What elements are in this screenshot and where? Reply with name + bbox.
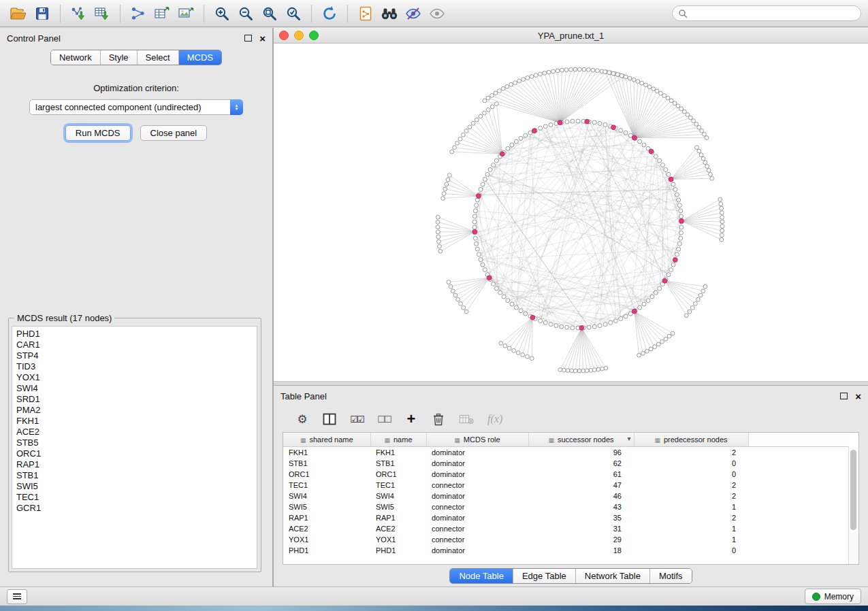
table-row[interactable]: SWI5SWI5connector431 [283, 501, 849, 512]
main-area: Control Panel × NetworkStyleSelectMCDS O… [0, 28, 868, 587]
column-header-name[interactable]: ▦name [370, 433, 426, 446]
float-panel-icon[interactable] [244, 35, 252, 42]
open-session-button[interactable] [7, 3, 30, 24]
status-menu-button[interactable] [7, 589, 27, 604]
zoom-out-button[interactable] [234, 3, 257, 24]
close-table-panel-icon[interactable]: × [855, 391, 861, 401]
table-row[interactable]: TEC1TEC1connector472 [283, 480, 849, 491]
horizontal-splitter[interactable] [274, 381, 868, 386]
criterion-dropdown[interactable]: largest connected component (undirected)… [29, 99, 243, 115]
row-filler [748, 512, 849, 523]
close-panel-icon[interactable]: × [259, 33, 266, 44]
mcds-result-item[interactable]: CAR1 [12, 340, 257, 350]
mcds-result-item[interactable]: ACE2 [12, 427, 257, 437]
run-mcds-button[interactable]: Run MCDS [65, 125, 131, 141]
row-filler [748, 523, 849, 534]
delete-column-button[interactable] [432, 412, 445, 426]
tab-motifs[interactable]: Motifs [649, 569, 692, 583]
mcds-result-list[interactable]: PHD1CAR1STP4TID3YOX1SWI4SRD1PMA2FKH1ACE2… [12, 326, 257, 569]
table-row[interactable]: ACE2ACE2connector311 [283, 523, 849, 534]
toolbar-separator [347, 5, 348, 22]
table-row[interactable]: SWI4SWI4dominator462 [283, 491, 849, 501]
tab-network[interactable]: Network [51, 50, 100, 65]
tab-style[interactable]: Style [100, 50, 137, 65]
import-table-button[interactable] [91, 3, 114, 24]
mcds-result-item[interactable]: STP4 [12, 350, 257, 361]
dropdown-stepper-icon: ▲▼ [230, 99, 243, 115]
table-cell: dominator [426, 469, 528, 480]
mcds-result-item[interactable]: PMA2 [12, 405, 257, 416]
function-builder-icon[interactable]: f(x) [487, 413, 502, 425]
mcds-result-item[interactable]: SRD1 [12, 394, 257, 405]
export-table-button[interactable] [150, 3, 174, 24]
network-titlebar[interactable]: YPA_prune.txt_1 [274, 28, 868, 44]
tab-node-table[interactable]: Node Table [450, 569, 513, 583]
mcds-result-item[interactable]: SWI4 [12, 383, 257, 394]
zoom-in-button[interactable] [210, 3, 234, 24]
table-toolbar: ⚙ ☑☑ ☐☐ + f(x) [274, 406, 868, 432]
tab-mcds[interactable]: MCDS [178, 50, 221, 65]
table-cell: FKH1 [283, 446, 370, 458]
mcds-result-item[interactable]: YOX1 [12, 372, 257, 383]
mcds-result-item[interactable]: RAP1 [12, 459, 257, 470]
zoom-fit-button[interactable] [258, 3, 281, 24]
select-all-icon[interactable]: ☑☑ [350, 414, 364, 425]
clear-table-button[interactable] [459, 414, 474, 425]
table-row[interactable]: YOX1YOX1connector291 [283, 534, 849, 545]
mcds-result-item[interactable]: GCR1 [12, 503, 257, 514]
control-panel-title: Control Panel [7, 33, 61, 44]
import-network-button[interactable] [67, 3, 90, 24]
hide-selected-button[interactable] [402, 3, 425, 24]
minimize-window-icon[interactable] [294, 31, 304, 40]
show-hidden-button[interactable] [425, 3, 449, 24]
table-cell: ORC1 [370, 469, 426, 480]
search-input[interactable] [691, 8, 855, 19]
mcds-result-item[interactable]: STB5 [12, 437, 257, 448]
float-table-panel-icon[interactable] [840, 393, 848, 399]
deselect-all-icon[interactable]: ☐☐ [377, 414, 391, 425]
table-row[interactable]: FKH1FKH1dominator962 [283, 446, 849, 458]
table-cell: ACE2 [370, 523, 426, 534]
column-header-MCDS-role[interactable]: ▦MCDS role [426, 433, 528, 446]
column-header-predecessor-nodes[interactable]: ▦predecessor nodes [634, 433, 748, 446]
export-network-button[interactable] [127, 3, 150, 24]
share-document-button[interactable] [354, 3, 377, 24]
mcds-result-item[interactable]: PHD1 [12, 329, 257, 340]
memory-button[interactable]: Memory [805, 589, 861, 604]
tab-edge-table[interactable]: Edge Table [513, 569, 575, 583]
save-session-button[interactable] [31, 3, 54, 24]
split-table-icon[interactable] [323, 413, 336, 425]
mcds-result-item[interactable]: TEC1 [12, 492, 257, 503]
network-view[interactable] [274, 44, 868, 381]
close-panel-button[interactable]: Close panel [140, 125, 208, 141]
table-settings-gear-icon[interactable]: ⚙ [295, 412, 309, 427]
apply-layout-button[interactable] [318, 3, 341, 24]
table-row[interactable]: PHD1PHD1dominator180 [283, 545, 849, 556]
mcds-result-item[interactable]: STB1 [12, 470, 257, 481]
table-cell: 0 [634, 458, 748, 469]
column-header-shared-name[interactable]: ▦shared name [283, 433, 370, 446]
zoom-selected-button[interactable] [282, 3, 305, 24]
search-network-button[interactable] [378, 3, 401, 24]
tab-select[interactable]: Select [137, 50, 178, 65]
scrollbar-thumb[interactable] [850, 450, 856, 530]
mcds-result-item[interactable]: ORC1 [12, 448, 257, 459]
tab-network-table[interactable]: Network Table [575, 569, 649, 583]
close-window-icon[interactable] [279, 31, 289, 40]
mcds-result-item[interactable]: SWI5 [12, 481, 257, 492]
network-search-box[interactable] [672, 5, 861, 21]
mcds-result-item[interactable]: TID3 [12, 361, 257, 372]
column-header-successor-nodes[interactable]: ▦successor nodes▾ [528, 433, 634, 446]
maximize-window-icon[interactable] [309, 31, 319, 40]
table-scrollbar[interactable] [848, 447, 858, 564]
table-row[interactable]: STB1STB1dominator620 [283, 458, 849, 469]
mcds-result-item[interactable]: FKH1 [12, 416, 257, 427]
table-cell: SWI4 [370, 491, 426, 501]
table-cell: 31 [528, 523, 634, 534]
clear-table-icon [459, 414, 474, 425]
network-canvas[interactable] [274, 44, 867, 381]
export-image-button[interactable] [174, 3, 197, 24]
table-row[interactable]: RAP1RAP1dominator352 [283, 512, 849, 523]
add-column-icon[interactable]: + [404, 412, 418, 427]
table-row[interactable]: ORC1ORC1dominator610 [283, 469, 849, 480]
